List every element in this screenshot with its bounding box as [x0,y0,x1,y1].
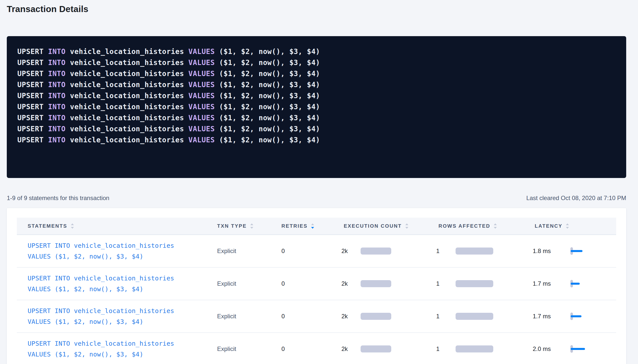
sql-statement-line: UPSERT INTO vehicle_location_histories V… [17,101,616,112]
latency-bar-chart [570,313,588,320]
rows-affected-value: 1 [428,313,439,320]
statement-line-1: UPSERT INTO vehicle_location_histories [28,273,217,284]
execution-count-cell: 2k [337,248,428,255]
statements-count-label: 1-9 of 9 statements for this transaction [7,195,109,202]
txn-type-cell: Explicit [217,345,281,352]
statement-cell: UPSERT INTO vehicle_location_histories V… [17,306,217,327]
table-header-row: STATEMENTS TXN TYPE RETRIES EXECUTION CO… [17,218,616,235]
table-row: UPSERT INTO vehicle_location_histories V… [17,235,616,268]
rows-affected-cell: 1 [428,313,526,320]
sql-text: vehicle_location_histories [66,47,188,56]
sort-descending-icon[interactable] [71,227,74,229]
sort-descending-icon[interactable] [405,227,408,229]
table-row: UPSERT INTO vehicle_location_histories V… [17,268,616,300]
sql-text: vehicle_location_histories [66,103,188,111]
latency-cell: 1.7 ms [526,280,616,287]
sql-keyword: INTO [48,70,66,78]
sql-text: UPSERT [17,114,48,122]
statement-line-1: UPSERT INTO vehicle_location_histories [28,306,217,316]
statement-link[interactable]: UPSERT INTO vehicle_location_histories V… [28,338,217,360]
sql-text: ($1, $2, now(), $3, $4) [215,47,320,56]
execution-count-value: 2k [337,345,348,352]
sql-text: ($1, $2, now(), $3, $4) [215,125,320,133]
sql-keyword: INTO [48,47,66,56]
latency-cell: 1.7 ms [526,313,616,320]
latency-cell: 1.8 ms [526,247,616,255]
sql-text: UPSERT [17,58,48,67]
sql-text: UPSERT [17,103,48,111]
rows-affected-bar [456,248,493,255]
sort-ascending-icon[interactable] [405,223,408,225]
column-header-statements[interactable]: STATEMENTS [17,223,217,229]
statement-line-2: VALUES ($1, $2, now(), $3, $4) [28,316,217,327]
sort-arrows [566,223,569,229]
sort-ascending-icon[interactable] [250,223,253,225]
sort-ascending-icon[interactable] [494,223,497,225]
sql-statements-code: UPSERT INTO vehicle_location_histories V… [17,46,616,146]
column-header-latency[interactable]: LATENCY [526,223,616,229]
statement-line-2: VALUES ($1, $2, now(), $3, $4) [28,349,217,360]
column-header-retries[interactable]: RETRIES [281,223,337,229]
txn-type-cell: Explicit [217,280,281,287]
rows-affected-value: 1 [428,345,439,352]
execution-count-cell: 2k [337,280,428,287]
sql-text: ($1, $2, now(), $3, $4) [215,136,320,144]
sort-arrows [405,223,408,229]
execution-count-value: 2k [337,280,348,287]
execution-count-bar [361,313,391,320]
latency-bar-chart [570,345,588,353]
sql-keyword: VALUES [188,114,215,122]
table-row: UPSERT INTO vehicle_location_histories V… [17,300,616,333]
sql-keyword: INTO [48,58,66,67]
sort-descending-icon[interactable] [494,227,497,229]
latency-bar [571,315,581,317]
sort-ascending-icon[interactable] [71,223,74,225]
column-header-rows-affected[interactable]: ROWS AFFECTED [428,223,526,229]
rows-affected-bar [456,345,493,352]
execution-count-value: 2k [337,313,348,320]
statement-link[interactable]: UPSERT INTO vehicle_location_histories V… [28,306,217,327]
column-header-execution-count[interactable]: EXECUTION COUNT [337,223,428,229]
sql-text: UPSERT [17,136,48,144]
execution-count-cell: 2k [337,313,428,320]
sql-statement-line: UPSERT INTO vehicle_location_histories V… [17,135,616,146]
sql-keyword: INTO [48,103,66,111]
statement-cell: UPSERT INTO vehicle_location_histories V… [17,240,217,262]
statement-line-1: UPSERT INTO vehicle_location_histories [28,338,217,349]
latency-value: 2.0 ms [533,345,570,352]
execution-count-bar [361,280,391,287]
execution-count-value: 2k [337,248,348,255]
sort-ascending-icon[interactable] [566,223,569,225]
sort-ascending-icon[interactable] [311,223,314,225]
sort-descending-icon[interactable] [566,227,569,229]
sort-descending-icon[interactable] [250,227,253,229]
statements-table-card: STATEMENTS TXN TYPE RETRIES EXECUTION CO… [7,208,626,364]
sql-text: UPSERT [17,125,48,133]
statement-link[interactable]: UPSERT INTO vehicle_location_histories V… [28,240,217,262]
sql-statement-line: UPSERT INTO vehicle_location_histories V… [17,46,616,57]
column-header-txn-type[interactable]: TXN TYPE [217,223,281,229]
rows-affected-cell: 1 [428,248,526,255]
sql-statement-line: UPSERT INTO vehicle_location_histories V… [17,79,616,90]
sql-keyword: INTO [48,136,66,144]
status-bar: 1-9 of 9 statements for this transaction… [7,195,626,202]
sort-arrows [494,223,497,229]
statement-link[interactable]: UPSERT INTO vehicle_location_histories V… [28,273,217,294]
sql-statement-line: UPSERT INTO vehicle_location_histories V… [17,124,616,135]
sql-text: UPSERT [17,92,48,100]
transaction-sql-box: UPSERT INTO vehicle_location_histories V… [7,36,626,178]
sort-arrows [311,223,314,229]
sql-keyword: INTO [48,125,66,133]
latency-cell: 2.0 ms [526,345,616,353]
sort-arrows [250,223,253,229]
sql-text: ($1, $2, now(), $3, $4) [215,81,320,89]
column-header-label: TXN TYPE [217,223,247,229]
sort-descending-icon[interactable] [311,227,314,229]
retries-cell: 0 [281,313,337,320]
sql-keyword: VALUES [188,136,215,144]
sql-text: UPSERT [17,81,48,89]
txn-type-cell: Explicit [217,313,281,320]
sql-statement-line: UPSERT INTO vehicle_location_histories V… [17,90,616,101]
txn-type-cell: Explicit [217,248,281,255]
sql-text: ($1, $2, now(), $3, $4) [215,92,320,100]
